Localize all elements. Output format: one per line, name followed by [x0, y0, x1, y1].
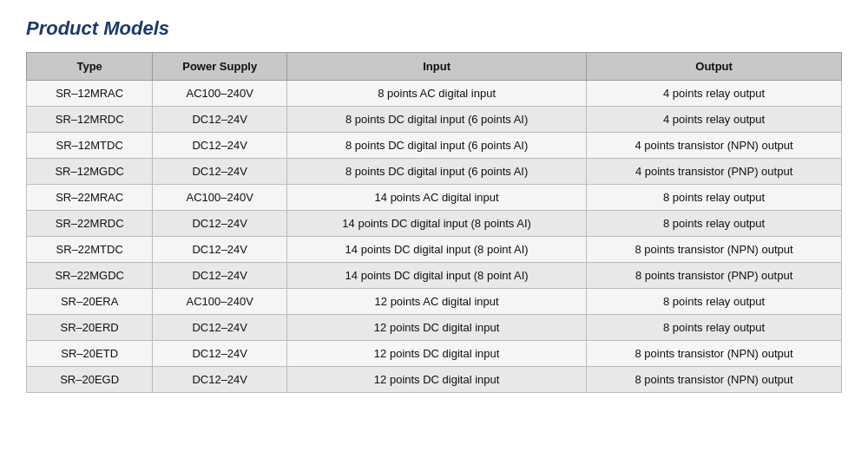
col-header-power: Power Supply	[153, 53, 287, 81]
cell-input: 8 points DC digital input (6 points AI)	[287, 133, 587, 159]
cell-power: DC12–24V	[153, 237, 287, 263]
cell-type: SR–12MRDC	[27, 107, 153, 133]
cell-input: 12 points DC digital input	[287, 367, 587, 393]
cell-input: 14 points DC digital input (8 point AI)	[287, 263, 587, 289]
cell-output: 8 points relay output	[587, 211, 842, 237]
cell-output: 8 points transistor (NPN) output	[587, 341, 842, 367]
cell-input: 12 points DC digital input	[287, 341, 587, 367]
cell-output: 8 points relay output	[587, 289, 842, 315]
col-header-output: Output	[587, 53, 842, 81]
table-row: SR–22MRACAC100–240V14 points AC digital …	[27, 185, 842, 211]
table-row: SR–12MTDCDC12–24V8 points DC digital inp…	[27, 133, 842, 159]
table-header-row: Type Power Supply Input Output	[27, 53, 842, 81]
cell-input: 12 points DC digital input	[287, 315, 587, 341]
cell-output: 8 points relay output	[587, 185, 842, 211]
cell-power: DC12–24V	[153, 263, 287, 289]
table-row: SR–22MGDCDC12–24V14 points DC digital in…	[27, 263, 842, 289]
table-row: SR–22MRDCDC12–24V14 points DC digital in…	[27, 211, 842, 237]
cell-input: 8 points AC digital input	[287, 81, 587, 107]
cell-output: 8 points transistor (NPN) output	[587, 367, 842, 393]
cell-power: DC12–24V	[153, 367, 287, 393]
cell-output: 8 points relay output	[587, 315, 842, 341]
cell-power: DC12–24V	[153, 133, 287, 159]
cell-power: DC12–24V	[153, 211, 287, 237]
cell-type: SR–12MRAC	[27, 81, 153, 107]
table-row: SR–12MGDCDC12–24V8 points DC digital inp…	[27, 159, 842, 185]
cell-type: SR–20ERA	[27, 289, 153, 315]
cell-output: 8 points transistor (NPN) output	[587, 237, 842, 263]
cell-type: SR–20ETD	[27, 341, 153, 367]
cell-power: DC12–24V	[153, 107, 287, 133]
table-row: SR–20ERDDC12–24V12 points DC digital inp…	[27, 315, 842, 341]
cell-output: 8 points transistor (PNP) output	[587, 263, 842, 289]
cell-input: 14 points AC digital input	[287, 185, 587, 211]
cell-power: AC100–240V	[153, 81, 287, 107]
cell-power: AC100–240V	[153, 289, 287, 315]
cell-type: SR–12MGDC	[27, 159, 153, 185]
cell-input: 8 points DC digital input (6 points AI)	[287, 159, 587, 185]
cell-input: 8 points DC digital input (6 points AI)	[287, 107, 587, 133]
cell-type: SR–20EGD	[27, 367, 153, 393]
table-row: SR–20ETDDC12–24V12 points DC digital inp…	[27, 341, 842, 367]
cell-power: AC100–240V	[153, 185, 287, 211]
cell-input: 14 points DC digital input (8 points AI)	[287, 211, 587, 237]
table-row: SR–20ERAAC100–240V12 points AC digital i…	[27, 289, 842, 315]
cell-input: 12 points AC digital input	[287, 289, 587, 315]
table-row: SR–20EGDDC12–24V12 points DC digital inp…	[27, 367, 842, 393]
cell-type: SR–22MRAC	[27, 185, 153, 211]
cell-type: SR–20ERD	[27, 315, 153, 341]
cell-input: 14 points DC digital input (8 point AI)	[287, 237, 587, 263]
table-row: SR–12MRDCDC12–24V8 points DC digital inp…	[27, 107, 842, 133]
cell-output: 4 points relay output	[587, 107, 842, 133]
table-row: SR–22MTDCDC12–24V14 points DC digital in…	[27, 237, 842, 263]
col-header-input: Input	[287, 53, 587, 81]
cell-output: 4 points transistor (NPN) output	[587, 133, 842, 159]
cell-output: 4 points transistor (PNP) output	[587, 159, 842, 185]
col-header-type: Type	[27, 53, 153, 81]
cell-type: SR–22MGDC	[27, 263, 153, 289]
cell-output: 4 points relay output	[587, 81, 842, 107]
cell-type: SR–22MRDC	[27, 211, 153, 237]
cell-power: DC12–24V	[153, 315, 287, 341]
product-models-table: Type Power Supply Input Output SR–12MRAC…	[26, 52, 842, 393]
cell-type: SR–12MTDC	[27, 133, 153, 159]
cell-type: SR–22MTDC	[27, 237, 153, 263]
page-title: Product Models	[26, 17, 842, 40]
table-row: SR–12MRACAC100–240V8 points AC digital i…	[27, 81, 842, 107]
cell-power: DC12–24V	[153, 159, 287, 185]
cell-power: DC12–24V	[153, 341, 287, 367]
